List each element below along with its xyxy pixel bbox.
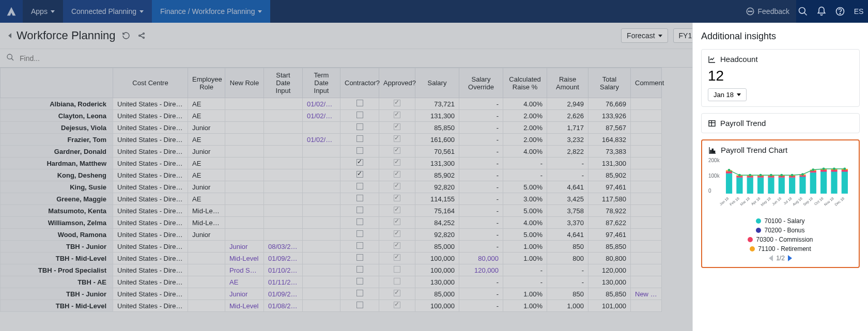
cell[interactable] [631,122,662,134]
cell[interactable] [631,217,662,229]
cell[interactable]: United States - Direct … [113,169,188,181]
cell[interactable]: 4,641 [547,181,588,193]
cell[interactable]: 131,300 [415,110,459,122]
cell[interactable]: - [547,157,588,169]
nav-workspace[interactable]: Finance / Workforce Planning [152,0,270,23]
cell[interactable]: 01/09/2018 [264,288,303,300]
cell[interactable]: 97,461 [588,229,631,241]
cell[interactable]: - [459,98,503,110]
cell[interactable]: 120,000 [588,264,631,276]
cell[interactable]: Kong, Desheng [1,169,113,181]
feedback-button[interactable]: Feedback [741,7,794,16]
cell[interactable] [340,288,379,300]
cell[interactable] [631,229,662,241]
cell[interactable]: Junior [188,122,225,134]
find-input[interactable] [20,54,773,62]
cell[interactable]: 08/03/2018 [264,241,303,253]
cell[interactable]: United States - Direct … [113,122,188,134]
cell[interactable] [340,110,379,122]
cell[interactable]: 131,300 [588,157,631,169]
cell[interactable]: United States - Direct … [113,110,188,122]
cell[interactable] [264,229,303,241]
cell[interactable]: 3,758 [547,205,588,217]
cell[interactable]: United States - Direct … [113,288,188,300]
cell[interactable]: - [459,122,503,134]
cell[interactable] [379,122,415,134]
cell[interactable] [303,193,340,205]
column-header[interactable]: Raise Amount [547,68,588,98]
cell[interactable]: 120,000 [459,264,503,276]
cell[interactable]: Hardman, Matthew [1,157,113,169]
cell[interactable]: 73,721 [415,98,459,110]
cell[interactable] [225,169,264,181]
cell[interactable]: - [547,276,588,288]
cell[interactable] [303,300,340,312]
column-header[interactable]: Comment [631,68,662,98]
cell[interactable] [264,157,303,169]
cell[interactable] [379,300,415,312]
cell[interactable]: Wood, Ramona [1,229,113,241]
cell[interactable]: United States - Direct … [113,264,188,276]
cell[interactable]: - [459,288,503,300]
cell[interactable] [303,229,340,241]
cell[interactable] [631,146,662,157]
cell[interactable]: 97,461 [588,181,631,193]
cell[interactable]: 3,425 [547,193,588,205]
table-row[interactable]: Dejesus, ViolaUnited States - Direct …Ju… [1,122,662,134]
cell[interactable]: - [459,217,503,229]
cell[interactable] [340,98,379,110]
cell[interactable]: 87,567 [588,122,631,134]
cell[interactable]: 4.00% [503,146,547,157]
cell[interactable]: - [459,181,503,193]
cell[interactable]: 130,000 [588,276,631,288]
column-header[interactable] [1,68,113,98]
cell[interactable] [379,146,415,157]
table-row[interactable]: TBH - Mid-LevelUnited States - Direct …M… [1,300,662,312]
cell[interactable]: - [503,264,547,276]
legend-item[interactable]: 70300 - Commission [748,236,813,243]
cell[interactable]: Williamson, Zelma [1,217,113,229]
cell[interactable]: 3,232 [547,134,588,146]
cell[interactable]: Junior [188,146,225,157]
cell[interactable]: 800 [547,253,588,264]
cell[interactable]: - [503,157,547,169]
cell[interactable]: New Junic [631,288,662,300]
cell[interactable]: Junior [225,288,264,300]
cell[interactable]: 3.00% [503,193,547,205]
cell[interactable] [225,98,264,110]
cell[interactable]: United States - Direct … [113,205,188,217]
cell[interactable]: TBH - AE [1,276,113,288]
cell[interactable]: 5.00% [503,181,547,193]
cell[interactable]: 01/02/2018 [303,134,340,146]
table-row[interactable]: Clayton, LeonaUnited States - Direct …AE… [1,110,662,122]
cell[interactable] [340,229,379,241]
cell[interactable] [379,169,415,181]
cell[interactable]: 131,300 [415,157,459,169]
cell[interactable] [188,288,225,300]
cell[interactable]: 87,622 [588,217,631,229]
cell[interactable]: - [547,264,588,276]
cell[interactable]: 5.00% [503,205,547,217]
cell[interactable]: - [459,134,503,146]
notifications-button[interactable] [812,2,831,21]
cell[interactable] [379,264,415,276]
cell[interactable]: 850 [547,288,588,300]
cell[interactable]: TBH - Mid-Level [1,300,113,312]
cell[interactable]: Matsumoto, Kenta [1,205,113,217]
cell[interactable]: Mid-Level [188,205,225,217]
table-row[interactable]: Albiana, RoderickUnited States - Direct … [1,98,662,110]
cell[interactable]: 85,902 [415,169,459,181]
cell[interactable]: King, Susie [1,181,113,193]
cell[interactable]: 164,832 [588,134,631,146]
cell[interactable]: 80,800 [588,253,631,264]
cell[interactable]: 01/02/2018 [303,110,340,122]
cell[interactable]: 76,669 [588,98,631,110]
user-menu[interactable]: ES [849,2,868,21]
table-row[interactable]: Wood, RamonaUnited States - Direct …Juni… [1,229,662,241]
cell[interactable] [188,276,225,288]
column-header[interactable]: Salary Override [459,68,503,98]
cell[interactable] [631,169,662,181]
cell[interactable]: Greene, Maggie [1,193,113,205]
cell[interactable] [379,241,415,253]
cell[interactable] [379,98,415,110]
